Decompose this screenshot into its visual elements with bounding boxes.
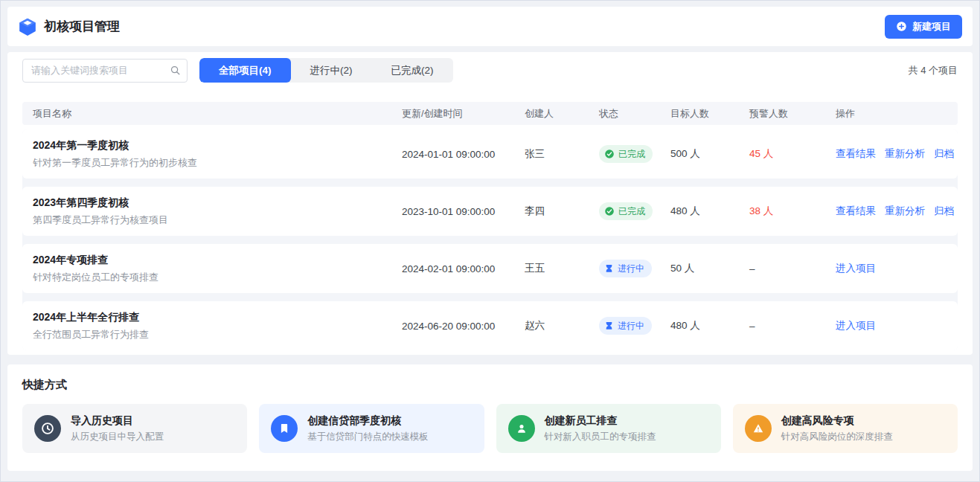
update-time: 2024-02-01 09:00:00 xyxy=(402,263,525,274)
project-list-panel: 全部项目(4) 进行中(2) 已完成(2) 共 4 个项目 项目名称 更新/创建… xyxy=(7,52,973,355)
row-actions: 进入项目 xyxy=(836,262,947,275)
status-badge: 已完成 xyxy=(599,202,653,220)
warning-count: 38 人 xyxy=(749,205,836,218)
project-name: 2024年专项排查 xyxy=(33,254,402,267)
enter-project-link[interactable]: 进入项目 xyxy=(836,319,876,332)
table-body: 2024年第一季度初核 针对第一季度员工异常行为的初步核查 2024-01-01… xyxy=(22,129,958,350)
creator: 王五 xyxy=(525,262,599,275)
warning-triangle-icon xyxy=(745,415,772,442)
shortcut-description: 针对高风险岗位的深度排查 xyxy=(781,431,893,443)
shortcut-title: 创建高风险专项 xyxy=(781,414,893,428)
clock-icon xyxy=(34,415,61,442)
col-update-time: 更新/创建时间 xyxy=(402,107,525,120)
project-name-cell: 2024年上半年全行排查 全行范围员工异常行为排查 xyxy=(33,311,402,341)
table-row: 2024年上半年全行排查 全行范围员工异常行为排查 2024-06-20 09:… xyxy=(22,301,958,350)
check-circle-icon xyxy=(604,206,615,216)
status-badge: 进行中 xyxy=(599,317,652,335)
tab-all-projects[interactable]: 全部项目(4) xyxy=(199,58,291,83)
project-name-cell: 2024年专项排查 针对特定岗位员工的专项排查 xyxy=(33,254,402,284)
project-description: 针对特定岗位员工的专项排查 xyxy=(33,271,402,284)
project-description: 全行范围员工异常行为排查 xyxy=(33,328,402,341)
header-left: 初核项目管理 xyxy=(18,17,120,36)
project-name: 2023年第四季度初核 xyxy=(33,196,402,210)
status-label: 进行中 xyxy=(618,263,644,275)
shortcut-description: 针对新入职员工的专项排查 xyxy=(545,431,656,443)
shortcut-text: 创建高风险专项 针对高风险岗位的深度排查 xyxy=(781,414,893,443)
status-cell: 已完成 xyxy=(599,145,670,163)
toolbar: 全部项目(4) 进行中(2) 已完成(2) 共 4 个项目 xyxy=(22,58,958,83)
target-count: 50 人 xyxy=(670,262,749,275)
status-label: 进行中 xyxy=(618,320,644,332)
tab-completed[interactable]: 已完成(2) xyxy=(372,58,453,83)
plus-circle-icon xyxy=(896,21,907,32)
shortcut-text: 创建新员工排查 针对新入职员工的专项排查 xyxy=(545,414,656,443)
status-label: 已完成 xyxy=(618,205,645,218)
shortcut-high-risk-special[interactable]: 创建高风险专项 针对高风险岗位的深度排查 xyxy=(733,404,958,453)
creator: 张三 xyxy=(525,147,599,161)
status-label: 已完成 xyxy=(618,148,645,161)
search-input[interactable] xyxy=(22,59,188,83)
shortcuts-panel: 快捷方式 导入历史项目 从历史项目中导入配置 创建信贷部季度初核 xyxy=(7,364,973,471)
archive-link[interactable]: 归档 xyxy=(934,147,954,161)
col-status: 状态 xyxy=(599,107,670,120)
shortcut-import-history[interactable]: 导入历史项目 从历史项目中导入配置 xyxy=(22,404,247,453)
col-creator: 创建人 xyxy=(525,107,599,120)
tab-in-progress[interactable]: 进行中(2) xyxy=(291,58,372,83)
shortcut-cards: 导入历史项目 从历史项目中导入配置 创建信贷部季度初核 基于信贷部门特点的快速模… xyxy=(22,404,958,453)
target-count: 480 人 xyxy=(670,205,749,218)
new-project-button[interactable]: 新建项目 xyxy=(885,15,962,39)
project-total-count: 共 4 个项目 xyxy=(909,64,958,77)
warning-count: – xyxy=(749,321,836,332)
table-row: 2024年第一季度初核 针对第一季度员工异常行为的初步核查 2024-01-01… xyxy=(22,129,958,179)
table-row: 2024年专项排查 针对特定岗位员工的专项排查 2024-02-01 09:00… xyxy=(22,244,958,293)
project-description: 针对第一季度员工异常行为的初步核查 xyxy=(33,156,402,170)
status-cell: 已完成 xyxy=(599,202,670,220)
creator: 赵六 xyxy=(525,319,599,332)
project-name: 2024年上半年全行排查 xyxy=(33,311,402,324)
shortcut-title: 创建新员工排查 xyxy=(545,414,656,428)
shortcut-title: 创建信贷部季度初核 xyxy=(307,414,429,428)
hourglass-icon xyxy=(604,321,614,331)
enter-project-link[interactable]: 进入项目 xyxy=(836,262,876,275)
check-circle-icon xyxy=(604,149,615,159)
project-name-cell: 2024年第一季度初核 针对第一季度员工异常行为的初步核查 xyxy=(33,139,402,170)
view-results-link[interactable]: 查看结果 xyxy=(836,205,876,218)
status-cell: 进行中 xyxy=(599,260,670,277)
project-name-cell: 2023年第四季度初核 第四季度员工异常行为核查项目 xyxy=(33,196,402,227)
shortcut-credit-dept-review[interactable]: 创建信贷部季度初核 基于信贷部门特点的快速模板 xyxy=(259,404,484,453)
search-box xyxy=(22,59,188,83)
search-icon[interactable] xyxy=(170,65,181,79)
col-project-name: 项目名称 xyxy=(33,107,402,120)
table-header: 项目名称 更新/创建时间 创建人 状态 目标人数 预警人数 操作 xyxy=(22,102,958,125)
hourglass-icon xyxy=(604,264,614,274)
new-project-button-label: 新建项目 xyxy=(912,20,951,33)
shortcut-description: 基于信贷部门特点的快速模板 xyxy=(307,431,429,443)
header-bar: 初核项目管理 新建项目 xyxy=(7,7,973,46)
archive-link[interactable]: 归档 xyxy=(934,205,954,218)
col-actions: 操作 xyxy=(836,107,947,120)
table-row: 2023年第四季度初核 第四季度员工异常行为核查项目 2023-10-01 09… xyxy=(22,187,958,236)
filter-tabs: 全部项目(4) 进行中(2) 已完成(2) xyxy=(199,58,453,83)
user-icon xyxy=(508,415,535,442)
page-title: 初核项目管理 xyxy=(44,18,120,35)
view-results-link[interactable]: 查看结果 xyxy=(836,147,876,161)
row-actions: 查看结果 重新分析 归档 xyxy=(836,147,947,161)
project-name: 2024年第一季度初核 xyxy=(33,139,402,152)
reanalyze-link[interactable]: 重新分析 xyxy=(885,147,925,161)
update-time: 2024-06-20 09:00:00 xyxy=(402,321,525,332)
creator: 李四 xyxy=(525,205,599,218)
target-count: 500 人 xyxy=(670,147,749,161)
status-badge: 进行中 xyxy=(599,260,652,277)
col-target-count: 目标人数 xyxy=(670,107,749,120)
shortcut-new-employee-check[interactable]: 创建新员工排查 针对新入职员工的专项排查 xyxy=(496,404,721,453)
status-badge: 已完成 xyxy=(599,145,653,163)
status-cell: 进行中 xyxy=(599,317,670,335)
row-actions: 进入项目 xyxy=(836,319,947,332)
bookmark-icon xyxy=(271,415,298,442)
reanalyze-link[interactable]: 重新分析 xyxy=(885,205,925,218)
project-description: 第四季度员工异常行为核查项目 xyxy=(33,213,402,227)
shortcut-text: 导入历史项目 从历史项目中导入配置 xyxy=(71,414,164,443)
cube-logo-icon xyxy=(18,17,37,36)
update-time: 2023-10-01 09:00:00 xyxy=(402,206,525,217)
update-time: 2024-01-01 09:00:00 xyxy=(402,149,525,160)
